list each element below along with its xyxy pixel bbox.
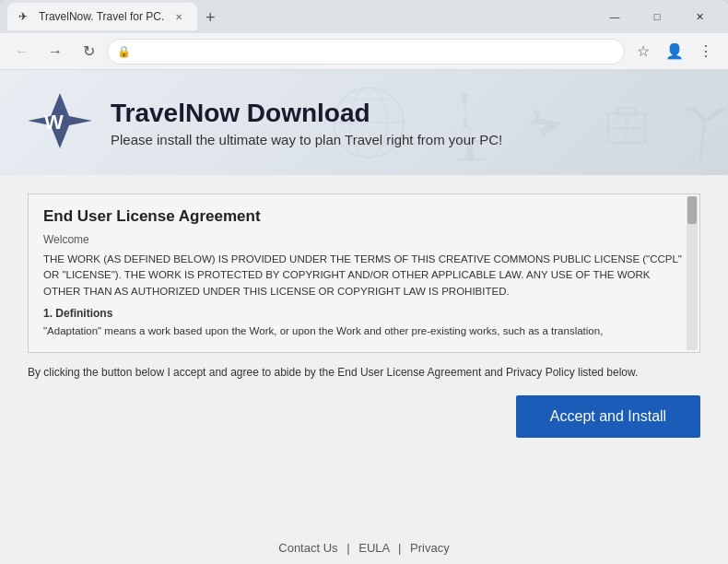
lock-icon: 🔒 xyxy=(117,45,131,58)
refresh-button[interactable]: ↻ xyxy=(74,37,103,66)
close-button[interactable]: ✕ xyxy=(678,4,721,29)
maximize-button[interactable]: □ xyxy=(636,4,678,29)
eula-section1-text: "Adaptation" means a work based upon the… xyxy=(43,323,685,339)
forward-button[interactable]: → xyxy=(41,37,70,66)
logo-container: W xyxy=(28,88,92,157)
agree-text: By clicking the button below I accept an… xyxy=(28,364,700,381)
minimize-button[interactable]: — xyxy=(593,4,636,29)
address-bar[interactable]: 🔒 xyxy=(107,39,625,65)
page-title: TravelNow Download xyxy=(111,99,502,128)
main-page: W TravelNow Download Please install the … xyxy=(0,70,728,564)
profile-button[interactable]: 👤 xyxy=(660,37,689,66)
nav-actions: ☆ 👤 ⋮ xyxy=(628,37,721,66)
bookmark-button[interactable]: ☆ xyxy=(628,37,658,66)
new-tab-button[interactable]: + xyxy=(197,5,223,30)
browser-window: ✈ TravelNow. Travel for PC. ✕ + — □ ✕ ← … xyxy=(0,0,728,564)
header-banner: W TravelNow Download Please install the … xyxy=(0,70,728,175)
eula-box[interactable]: End User License Agreement Welcome THE W… xyxy=(28,194,700,353)
accept-install-button[interactable]: Accept and Install xyxy=(516,395,700,438)
tab-title: TravelNow. Travel for PC. xyxy=(39,10,164,23)
svg-rect-9 xyxy=(617,108,636,115)
menu-button[interactable]: ⋮ xyxy=(691,37,721,66)
page-footer: Contact Us | EULA | Privacy xyxy=(269,532,458,564)
eula-title: End User License Agreement xyxy=(43,207,685,226)
svg-text:W: W xyxy=(44,111,64,134)
navigation-bar: ← → ↻ 🔒 ☆ 👤 ⋮ xyxy=(0,33,728,70)
back-button[interactable]: ← xyxy=(7,37,37,66)
svg-line-12 xyxy=(700,118,705,159)
contact-us-link[interactable]: Contact Us xyxy=(278,541,337,555)
window-controls: — □ ✕ xyxy=(593,4,721,29)
page-subtitle: Please install the ultimate way to plan … xyxy=(111,132,502,147)
tab-close-button[interactable]: ✕ xyxy=(171,9,186,24)
svg-rect-8 xyxy=(608,113,645,143)
header-text: TravelNow Download Please install the ul… xyxy=(111,99,502,147)
active-tab[interactable]: ✈ TravelNow. Travel for PC. ✕ xyxy=(7,3,197,30)
footer-separator-2: | xyxy=(398,541,401,555)
eula-scrollbar-thumb[interactable] xyxy=(687,196,697,224)
eula-body-text: THE WORK (AS DEFINED BELOW) IS PROVIDED … xyxy=(43,252,685,300)
content-area: End User License Agreement Welcome THE W… xyxy=(0,175,728,532)
eula-link[interactable]: EULA xyxy=(358,541,389,555)
page-content: W TravelNow Download Please install the … xyxy=(0,70,728,564)
tab-favicon-icon: ✈ xyxy=(18,10,31,23)
logo-icon: W xyxy=(28,88,92,153)
footer-separator-1: | xyxy=(346,541,349,555)
title-bar: ✈ TravelNow. Travel for PC. ✕ + — □ ✕ xyxy=(0,0,728,33)
eula-section1-title: 1. Definitions xyxy=(43,307,685,320)
tab-bar: ✈ TravelNow. Travel for PC. ✕ + xyxy=(7,3,590,30)
button-row: Accept and Install xyxy=(28,395,700,438)
eula-scrollbar[interactable] xyxy=(687,196,698,350)
privacy-link[interactable]: Privacy xyxy=(410,541,450,555)
eula-welcome: Welcome xyxy=(43,233,685,246)
